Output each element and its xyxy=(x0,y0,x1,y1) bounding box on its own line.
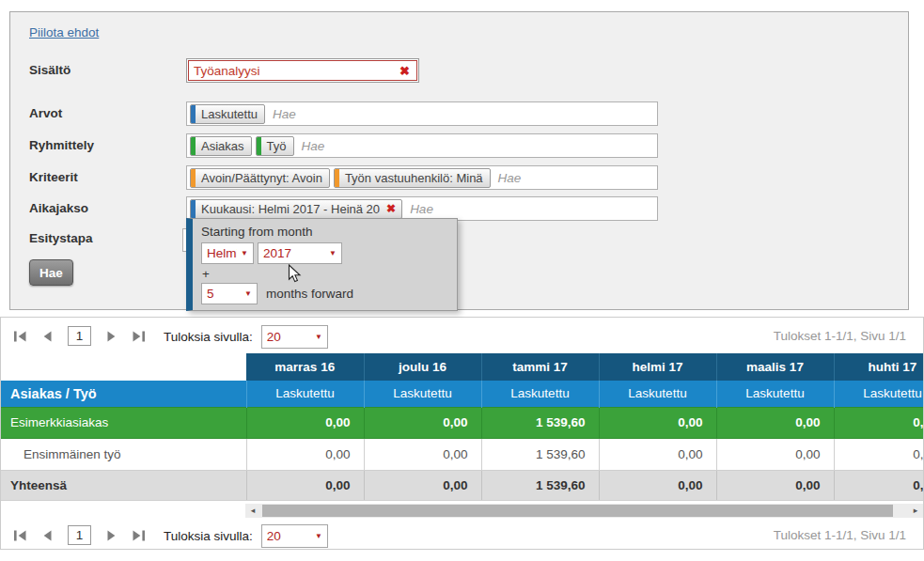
criteria-placeholder: Hae xyxy=(494,171,522,185)
grouping-input[interactable]: Asiakas Työ Hae xyxy=(186,133,658,158)
cell-value: 0,00 xyxy=(834,438,923,470)
plus-label: + xyxy=(202,267,210,281)
chip-tyo[interactable]: Työ xyxy=(256,136,294,156)
display-mode-label: Esitystapa xyxy=(29,231,93,245)
corner-header: Asiakas / Työ xyxy=(1,381,246,407)
per-page-control-bottom: Tuloksia sivulla: 20 ▼ xyxy=(164,524,328,548)
criteria-input[interactable]: Avoin/Päättynyt: Avoin Työn vastuuhenkil… xyxy=(186,165,658,190)
pager-top: 1 xyxy=(14,326,145,346)
content-field-inner: Työanalyysi ✖ xyxy=(188,60,417,81)
chip-label: Kuukausi: Helmi 2017 - Heinä 20 xyxy=(196,200,386,218)
chevron-down-icon: ▼ xyxy=(315,532,322,540)
per-page-value: 20 xyxy=(267,529,311,543)
scroll-left-icon[interactable]: ◂ xyxy=(245,504,260,518)
values-placeholder: Hae xyxy=(269,107,296,121)
cell-value: 0,00 xyxy=(834,470,923,500)
per-page-select[interactable]: 20 ▼ xyxy=(261,524,328,548)
pager-bottom: 1 xyxy=(14,525,145,545)
table-row-customer[interactable]: Esimerkkiasiakas 0,00 0,00 1 539,60 0,00… xyxy=(1,407,923,438)
per-page-select[interactable]: 20 ▼ xyxy=(261,325,328,349)
chevron-down-icon: ▼ xyxy=(241,249,248,257)
pager-last-button[interactable] xyxy=(133,530,145,541)
row-label: Yhteensä xyxy=(1,470,246,500)
hide-conditions-link[interactable]: Piilota ehdot xyxy=(29,25,99,39)
table-row-work[interactable]: Ensimmäinen työ 0,00 0,00 1 539,60 0,00 … xyxy=(1,438,923,470)
cell-value: 0,00 xyxy=(716,438,834,470)
cell-value: 0,00 xyxy=(246,407,364,438)
chip-label: Avoin/Päättynyt: Avoin xyxy=(196,169,329,187)
mouse-cursor-icon xyxy=(288,264,302,284)
month-header: marras 16 xyxy=(246,353,364,381)
month-range-popup: Starting from month Helmi ▼ 2017 ▼ + 5 ▼… xyxy=(186,218,458,311)
filter-panel: Piilota ehdot Sisältö Työanalyysi ✖ Arvo… xyxy=(9,11,909,310)
cell-value: 0,00 xyxy=(364,407,481,438)
chip-asiakas[interactable]: Asiakas xyxy=(190,136,252,156)
content-field[interactable]: Työanalyysi ✖ xyxy=(186,58,419,83)
search-button[interactable]: Hae xyxy=(29,259,73,286)
chevron-down-icon: ▼ xyxy=(329,249,337,257)
cell-value: 0,00 xyxy=(716,470,834,500)
month-header: joulu 16 xyxy=(364,353,481,381)
cell-value: 0,00 xyxy=(246,470,364,500)
value-header: Laskutettu xyxy=(834,381,923,407)
cell-value: 0,00 xyxy=(599,470,716,500)
period-placeholder: Hae xyxy=(406,202,433,216)
pager-next-button[interactable] xyxy=(107,530,117,541)
per-page-label: Tuloksia sivulla: xyxy=(164,330,253,344)
scrollbar-thumb[interactable] xyxy=(262,505,893,517)
cell-value: 0,00 xyxy=(364,438,481,470)
cell-value: 0,00 xyxy=(364,470,481,500)
horizontal-scrollbar[interactable]: ◂ ▸ xyxy=(245,504,923,518)
pager-first-button[interactable] xyxy=(14,530,26,541)
cell-value: 1 539,60 xyxy=(481,438,599,470)
per-page-control-top: Tuloksia sivulla: 20 ▼ xyxy=(164,325,328,349)
clear-content-icon[interactable]: ✖ xyxy=(393,65,416,77)
row-label: Ensimmäinen työ xyxy=(1,438,246,470)
per-page-label: Tuloksia sivulla: xyxy=(164,529,253,543)
chip-kuukausi[interactable]: Kuukausi: Helmi 2017 - Heinä 20 ✖ xyxy=(190,199,402,219)
current-page-box[interactable]: 1 xyxy=(68,326,91,346)
pager-prev-button[interactable] xyxy=(42,530,52,541)
months-forward-select[interactable]: 5 ▼ xyxy=(201,283,258,304)
pager-next-button[interactable] xyxy=(107,331,117,342)
values-input[interactable]: Laskutettu Hae xyxy=(186,101,658,126)
cell-value: 0,00 xyxy=(599,407,716,438)
cell-value: 1 539,60 xyxy=(481,407,599,438)
pager-first-button[interactable] xyxy=(14,331,26,342)
per-page-value: 20 xyxy=(267,330,311,344)
pager-prev-button[interactable] xyxy=(42,331,52,342)
pager-last-button[interactable] xyxy=(133,331,145,342)
chip-laskutettu[interactable]: Laskutettu xyxy=(190,104,265,124)
chip-label: Laskutettu xyxy=(196,105,264,123)
cell-value: 1 539,60 xyxy=(481,470,599,500)
start-month-value: Helmi xyxy=(207,246,237,260)
chip-label: Työn vastuuhenkilö: Minä xyxy=(339,169,490,187)
month-header-row: marras 16 joulu 16 tammi 17 helmi 17 maa… xyxy=(1,353,923,381)
content-label: Sisältö xyxy=(29,63,70,77)
cell-value: 0,00 xyxy=(716,407,834,438)
chevron-down-icon: ▼ xyxy=(244,289,252,298)
scroll-right-icon[interactable]: ▸ xyxy=(908,504,923,518)
value-header: Laskutettu xyxy=(481,381,599,407)
start-year-select[interactable]: 2017 ▼ xyxy=(258,242,342,264)
start-year-value: 2017 xyxy=(263,246,325,260)
current-page-box[interactable]: 1 xyxy=(68,525,91,545)
month-header: huhti 17 xyxy=(834,353,923,381)
cell-value: 0,00 xyxy=(834,407,923,438)
chip-label: Työ xyxy=(261,137,293,155)
remove-chip-icon[interactable]: ✖ xyxy=(386,200,401,218)
results-info-bottom: Tulokset 1-1/1, Sivu 1/1 xyxy=(774,528,906,542)
value-header: Laskutettu xyxy=(246,381,364,407)
value-header: Laskutettu xyxy=(716,381,834,407)
results-info-top: Tulokset 1-1/1, Sivu 1/1 xyxy=(774,329,906,343)
criteria-label: Kriteerit xyxy=(29,170,78,184)
chevron-down-icon: ▼ xyxy=(315,333,322,341)
chip-avoin-paattynyt[interactable]: Avoin/Päättynyt: Avoin xyxy=(190,168,330,188)
chip-vastuuhenkilo[interactable]: Työn vastuuhenkilö: Minä xyxy=(334,168,491,188)
cell-value: 0,00 xyxy=(246,438,364,470)
start-month-select[interactable]: Helmi ▼ xyxy=(201,242,254,264)
month-header: tammi 17 xyxy=(481,353,599,381)
months-forward-value: 5 xyxy=(207,287,241,301)
grouping-label: Ryhmittely xyxy=(29,138,94,152)
measure-header-row: Asiakas / Työ Laskutettu Laskutettu Lask… xyxy=(1,381,923,407)
